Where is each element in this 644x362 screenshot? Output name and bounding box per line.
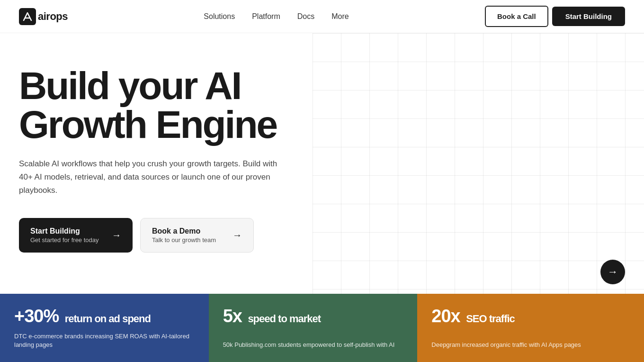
stats-row: +30% return on ad spend DTC e-commerce b… <box>0 294 644 362</box>
cta-secondary-content: Book a Demo Talk to our growth team <box>152 227 216 244</box>
hero-headline-line1: Build your AI <box>19 64 241 107</box>
stat-roas-detail: DTC e-commerce brands increasing SEM ROA… <box>14 332 195 349</box>
stat-speed-label-main: speed to market <box>248 313 321 325</box>
hero-ctas: Start Building Get started for free toda… <box>19 218 341 253</box>
hero-subtitle: Scalable AI workflows that help you crus… <box>19 157 284 197</box>
cta-primary-content: Start Building Get started for free toda… <box>30 227 99 244</box>
stat-seo-label-main: SEO traffic <box>466 313 515 325</box>
logo-text: airops <box>38 10 68 23</box>
stat-card-seo: 20x SEO traffic Deepgram increased organ… <box>417 294 644 362</box>
stat-seo-number: 20x <box>431 306 460 326</box>
start-building-button[interactable]: Start Building <box>552 7 625 26</box>
nav-platform[interactable]: Platform <box>252 12 280 21</box>
stat-roas-header: +30% return on ad spend <box>14 307 195 325</box>
cta-primary-title: Start Building <box>30 227 99 235</box>
stat-seo-header: 20x SEO traffic <box>431 307 630 325</box>
hero-section: Build your AI Growth Engine Scalable AI … <box>0 33 644 294</box>
stat-speed-detail: 50k Publishing.com students empowered to… <box>223 341 403 349</box>
nav-links: Solutions Platform Docs More <box>204 12 349 21</box>
scroll-arrow-button[interactable]: → <box>600 260 625 284</box>
scroll-arrow-icon: → <box>608 266 618 278</box>
stat-speed-header: 5x speed to market <box>223 307 403 325</box>
cta-secondary-subtitle: Talk to our growth team <box>152 236 216 244</box>
stat-seo-detail: Deepgram increased organic traffic with … <box>431 341 630 349</box>
cta-start-building[interactable]: Start Building Get started for free toda… <box>19 218 133 253</box>
cta-secondary-title: Book a Demo <box>152 227 216 235</box>
nav-docs[interactable]: Docs <box>297 12 314 21</box>
cta-book-demo[interactable]: Book a Demo Talk to our growth team → <box>140 218 254 253</box>
grid-background <box>313 33 644 294</box>
svg-rect-0 <box>19 8 36 25</box>
nav-more[interactable]: More <box>331 12 349 21</box>
hero-headline-line2: Growth Engine <box>19 103 277 146</box>
logo[interactable]: airops <box>19 8 68 25</box>
cta-primary-subtitle: Get started for free today <box>30 236 99 244</box>
navbar: airops Solutions Platform Docs More Book… <box>0 0 644 33</box>
logo-icon <box>19 8 36 25</box>
stat-roas-number: +30% <box>14 306 59 326</box>
stat-roas-label-main: return on ad spend <box>65 313 151 325</box>
hero-headline: Build your AI Growth Engine <box>19 66 341 144</box>
hero-content: Build your AI Growth Engine Scalable AI … <box>19 66 341 253</box>
cta-secondary-arrow: → <box>233 230 242 241</box>
stat-speed-number: 5x <box>223 306 242 326</box>
book-call-button[interactable]: Book a Call <box>485 6 548 27</box>
nav-ctas: Book a Call Start Building <box>485 6 625 27</box>
stat-card-roas: +30% return on ad spend DTC e-commerce b… <box>0 294 209 362</box>
stat-card-speed: 5x speed to market 50k Publishing.com st… <box>209 294 418 362</box>
cta-primary-arrow: → <box>112 230 121 241</box>
nav-solutions[interactable]: Solutions <box>204 12 235 21</box>
